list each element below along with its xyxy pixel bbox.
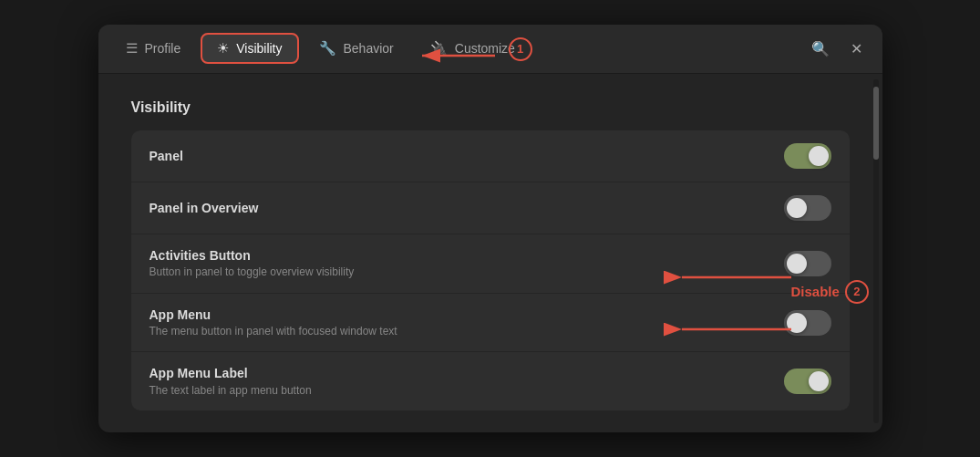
setting-desc-app-menu: The menu button in panel with focused wi… [150, 325, 784, 339]
setting-label-app-menu-label: App Menu Label [150, 365, 784, 381]
setting-row-activities: Activities Button Button in panel to tog… [131, 234, 850, 294]
tab-visibility-label: Visibility [236, 41, 282, 56]
toggle-knob-app-menu-label [809, 371, 829, 391]
setting-text-activities: Activities Button Button in panel to tog… [150, 247, 784, 280]
section-title: Visibility [131, 99, 850, 116]
setting-label-panel-overview: Panel in Overview [150, 200, 784, 216]
toggle-knob-panel-overview [787, 198, 807, 218]
toggle-track-panel [784, 143, 831, 169]
visibility-icon: ☀ [217, 40, 229, 57]
setting-text-app-menu-label: App Menu Label The text label in app men… [150, 365, 784, 398]
tab-customize[interactable]: 🔌 Customize [414, 33, 531, 64]
setting-label-app-menu: App Menu [150, 306, 784, 323]
tab-profile-label: Profile [145, 41, 181, 56]
tab-visibility[interactable]: ☀ Visibility [201, 33, 298, 64]
toggle-track-app-menu [784, 310, 831, 336]
tab-bar-actions: 🔍 ✕ [806, 34, 872, 63]
settings-window: ☰ Profile ☀ Visibility 🔧 Behavior 🔌 Cust… [98, 25, 882, 432]
setting-text-panel-overview: Panel in Overview [150, 200, 784, 216]
tab-behavior[interactable]: 🔧 Behavior [303, 33, 410, 64]
tab-bar: ☰ Profile ☀ Visibility 🔧 Behavior 🔌 Cust… [98, 25, 882, 74]
profile-icon: ☰ [126, 40, 138, 57]
scrollbar-thumb [873, 87, 879, 160]
setting-label-panel: Panel [150, 148, 784, 164]
settings-panel: Panel Panel in Overview [131, 130, 850, 410]
toggle-app-menu-label[interactable] [784, 369, 831, 394]
setting-row-app-menu: App Menu The menu button in panel with f… [131, 294, 850, 353]
search-button[interactable]: 🔍 [806, 34, 835, 63]
toggle-app-menu[interactable] [784, 310, 831, 336]
setting-row-panel-overview: Panel in Overview [131, 182, 850, 234]
customize-icon: 🔌 [430, 40, 448, 57]
tab-profile[interactable]: ☰ Profile [109, 33, 198, 64]
scrollbar-track[interactable] [873, 79, 879, 423]
close-button[interactable]: ✕ [842, 34, 872, 63]
toggle-knob-activities [787, 254, 807, 274]
toggle-activities[interactable] [784, 251, 831, 276]
content-area: Visibility Panel Panel in Overview [98, 74, 882, 432]
setting-desc-activities: Button in panel to toggle overview visib… [150, 265, 784, 280]
setting-text-panel: Panel [150, 148, 784, 164]
tab-behavior-label: Behavior [344, 41, 394, 56]
toggle-track-panel-overview [784, 195, 831, 221]
behavior-icon: 🔧 [319, 40, 336, 57]
setting-text-app-menu: App Menu The menu button in panel with f… [150, 306, 784, 339]
setting-label-activities: Activities Button [150, 247, 784, 264]
setting-desc-app-menu-label: The text label in app menu button [150, 384, 784, 399]
toggle-knob-app-menu [787, 313, 807, 333]
setting-row-panel: Panel [131, 130, 850, 182]
setting-row-app-menu-label: App Menu Label The text label in app men… [131, 352, 850, 410]
toggle-track-activities [784, 251, 831, 276]
toggle-panel-overview[interactable] [784, 195, 831, 221]
toggle-knob-panel [809, 146, 829, 166]
toggle-panel[interactable] [784, 143, 831, 169]
toggle-track-app-menu-label [784, 369, 831, 394]
tab-customize-label: Customize [455, 41, 515, 56]
